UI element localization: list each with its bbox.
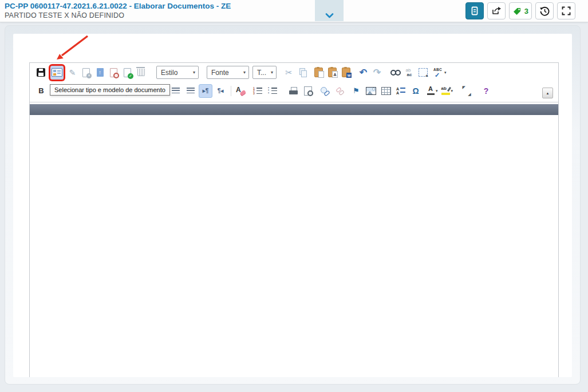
copy-button[interactable]	[296, 66, 309, 80]
redo-button[interactable]: ↷	[370, 66, 384, 80]
help-button[interactable]: ?	[479, 84, 493, 98]
toolbar-separator	[231, 86, 231, 96]
image-icon	[366, 87, 376, 95]
paste-text-button[interactable]	[326, 66, 339, 80]
print-icon	[289, 87, 298, 95]
font-select-value: Fonte	[211, 69, 229, 77]
numbered-list-button[interactable]	[251, 84, 265, 98]
chevron-down-icon: ▾	[451, 89, 453, 93]
size-select[interactable]: T...▾	[252, 66, 277, 79]
find-button[interactable]	[389, 66, 402, 80]
spellcheck-button[interactable]: ▾	[432, 66, 448, 80]
special-character-button[interactable]: Ω	[409, 84, 423, 98]
history-icon	[539, 6, 550, 16]
tags-count-badge: 3	[524, 7, 528, 15]
paste-word-button[interactable]	[340, 66, 353, 80]
numbered-list-icon	[253, 87, 262, 95]
upload-document-button[interactable]	[93, 66, 106, 80]
tags-button[interactable]: 3	[509, 2, 532, 19]
maximize-icon	[463, 87, 471, 94]
unlink-icon	[336, 87, 345, 95]
print-preview-button[interactable]	[301, 84, 315, 98]
select-all-icon	[419, 68, 428, 77]
find-icon	[390, 69, 401, 76]
replace-button[interactable]	[402, 66, 416, 80]
document-check-icon	[124, 68, 131, 77]
document-icon	[470, 6, 479, 15]
template-icon	[52, 68, 62, 77]
document-search-icon	[110, 68, 117, 77]
print-button[interactable]	[286, 84, 300, 98]
bullet-list-button[interactable]	[266, 84, 279, 98]
align-justify-button[interactable]	[184, 84, 198, 98]
style-select[interactable]: Estilo▾	[156, 66, 199, 79]
paste-icon	[314, 68, 323, 77]
anchor-button[interactable]: ⚑	[349, 84, 363, 98]
check-document-button[interactable]	[121, 66, 134, 80]
maximize-button[interactable]	[460, 84, 473, 98]
document-panel: ✎Estilo▾Fonte▾T...▾✂↶↷▾ BIUSx₂x²▸¶¶◂⚑Ω▾▾…	[5, 25, 581, 385]
document-delete-icon	[82, 68, 90, 77]
app-header: PC-PP 0600117-47.2021.6.21.0022 - Elabor…	[0, 0, 588, 22]
select-document-type-button[interactable]	[50, 66, 64, 80]
link-button[interactable]	[318, 84, 332, 98]
remove-format-icon	[236, 86, 245, 95]
paste-button[interactable]	[312, 66, 325, 80]
share-button[interactable]	[487, 2, 506, 19]
ltr-icon: ▸¶	[203, 88, 209, 94]
process-details-toggle[interactable]	[315, 0, 344, 21]
line-height-icon	[396, 87, 405, 95]
style-select-value: Estilo	[161, 69, 177, 77]
tag-icon	[512, 6, 522, 15]
undo-button[interactable]: ↶	[357, 66, 370, 80]
documents-button[interactable]	[465, 2, 484, 19]
preview-document-button[interactable]	[107, 66, 120, 80]
bold-icon: B	[38, 87, 44, 94]
cut-icon: ✂	[285, 68, 293, 77]
sign-document-button[interactable]: ✎	[66, 66, 79, 80]
link-icon	[321, 87, 330, 95]
replace-icon	[405, 68, 414, 77]
highlight-icon	[441, 86, 450, 95]
bold-button[interactable]: B	[34, 84, 48, 98]
chevron-down-icon: ▾	[436, 89, 438, 93]
save-icon	[37, 68, 45, 77]
chevron-down-icon	[325, 13, 334, 18]
size-select-value: T...	[257, 69, 266, 77]
editor-content-area[interactable]	[30, 102, 558, 377]
cut-button[interactable]: ✂	[282, 66, 295, 80]
signature-icon: ✎	[69, 69, 76, 77]
text-color-button[interactable]: ▾	[426, 84, 439, 98]
chevron-down-icon: ▾	[271, 70, 273, 75]
document-top-bar	[30, 104, 558, 115]
direction-rtl-button[interactable]: ¶◂	[214, 84, 227, 98]
paste-word-icon	[342, 68, 350, 77]
delete-button[interactable]	[135, 66, 148, 80]
align-right-button[interactable]	[169, 84, 183, 98]
image-button[interactable]	[364, 84, 378, 98]
highlight-color-button[interactable]: ▾	[440, 84, 455, 98]
unlink-button[interactable]	[333, 84, 347, 98]
select-all-button[interactable]	[416, 66, 429, 80]
spellcheck-icon	[433, 68, 443, 77]
chevron-down-icon: ▾	[444, 70, 447, 75]
copy-icon	[298, 68, 307, 77]
history-button[interactable]	[535, 2, 554, 19]
tooltip: Selecionar tipo e modelo de documento	[50, 84, 170, 96]
line-height-button[interactable]	[394, 84, 408, 98]
fullscreen-button[interactable]	[557, 2, 575, 19]
remove-format-button[interactable]	[234, 84, 247, 98]
document-upload-icon	[97, 68, 104, 77]
collapse-toolbar-button[interactable]: ▲	[542, 88, 553, 98]
trash-icon	[137, 69, 145, 76]
save-button[interactable]	[34, 66, 48, 80]
font-select[interactable]: Fonte▾	[207, 66, 249, 79]
direction-ltr-button[interactable]: ▸¶	[199, 84, 212, 98]
table-icon	[381, 87, 391, 95]
undo-icon: ↶	[360, 68, 367, 77]
align-justify-icon	[187, 88, 195, 94]
discard-document-button[interactable]	[80, 66, 93, 80]
table-button[interactable]	[379, 84, 393, 98]
help-icon: ?	[484, 87, 489, 95]
redo-icon: ↷	[373, 68, 381, 77]
